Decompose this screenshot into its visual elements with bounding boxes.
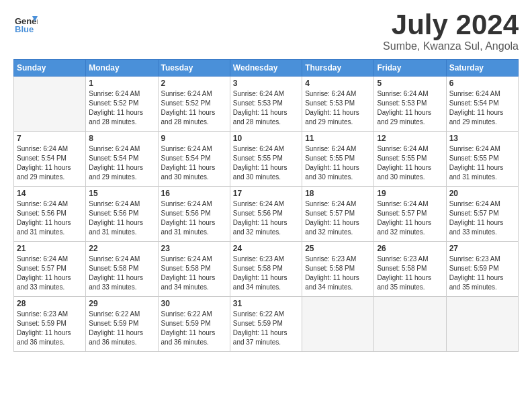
calendar-week-row: 14Sunrise: 6:24 AM Sunset: 5:56 PM Dayli… xyxy=(14,187,519,242)
day-info: Sunrise: 6:24 AM Sunset: 5:58 PM Dayligh… xyxy=(89,255,154,292)
table-row: 29Sunrise: 6:22 AM Sunset: 5:59 PM Dayli… xyxy=(86,297,158,352)
day-info: Sunrise: 6:24 AM Sunset: 5:53 PM Dayligh… xyxy=(377,89,443,127)
day-info: Sunrise: 6:24 AM Sunset: 5:52 PM Dayligh… xyxy=(89,89,154,127)
day-info: Sunrise: 6:24 AM Sunset: 5:56 PM Dayligh… xyxy=(161,199,227,237)
table-row: 25Sunrise: 6:23 AM Sunset: 5:58 PM Dayli… xyxy=(302,242,374,297)
table-row xyxy=(14,77,86,132)
day-info: Sunrise: 6:24 AM Sunset: 5:52 PM Dayligh… xyxy=(161,89,227,127)
table-row: 24Sunrise: 6:23 AM Sunset: 5:58 PM Dayli… xyxy=(230,242,302,297)
location-subtitle: Sumbe, Kwanza Sul, Angola xyxy=(383,40,519,52)
day-info: Sunrise: 6:24 AM Sunset: 5:56 PM Dayligh… xyxy=(17,199,83,237)
table-row xyxy=(446,297,518,352)
day-info: Sunrise: 6:24 AM Sunset: 5:56 PM Dayligh… xyxy=(233,199,299,237)
day-number: 14 xyxy=(17,189,83,198)
header-thursday: Thursday xyxy=(302,60,374,77)
day-number: 8 xyxy=(89,134,154,143)
day-info: Sunrise: 6:23 AM Sunset: 5:59 PM Dayligh… xyxy=(449,255,515,292)
day-info: Sunrise: 6:24 AM Sunset: 5:57 PM Dayligh… xyxy=(305,199,371,237)
day-number: 23 xyxy=(161,244,227,253)
day-info: Sunrise: 6:24 AM Sunset: 5:54 PM Dayligh… xyxy=(449,89,515,127)
day-info: Sunrise: 6:24 AM Sunset: 5:57 PM Dayligh… xyxy=(17,255,83,292)
day-info: Sunrise: 6:24 AM Sunset: 5:55 PM Dayligh… xyxy=(377,144,443,182)
table-row: 6Sunrise: 6:24 AM Sunset: 5:54 PM Daylig… xyxy=(446,77,518,132)
table-row: 9Sunrise: 6:24 AM Sunset: 5:54 PM Daylig… xyxy=(158,132,230,187)
day-number: 22 xyxy=(89,244,154,253)
table-row: 1Sunrise: 6:24 AM Sunset: 5:52 PM Daylig… xyxy=(86,77,158,132)
day-info: Sunrise: 6:23 AM Sunset: 5:58 PM Dayligh… xyxy=(305,255,371,292)
table-row xyxy=(302,297,374,352)
day-info: Sunrise: 6:24 AM Sunset: 5:53 PM Dayligh… xyxy=(305,89,371,127)
header-tuesday: Tuesday xyxy=(158,60,230,77)
day-number: 2 xyxy=(161,79,227,88)
day-number: 30 xyxy=(161,299,227,308)
table-row: 13Sunrise: 6:24 AM Sunset: 5:55 PM Dayli… xyxy=(446,132,518,187)
logo-icon: General Blue xyxy=(13,11,38,35)
day-number: 21 xyxy=(17,244,83,253)
header-friday: Friday xyxy=(374,60,446,77)
day-number: 31 xyxy=(233,299,299,308)
day-info: Sunrise: 6:24 AM Sunset: 5:55 PM Dayligh… xyxy=(305,144,371,182)
day-number: 29 xyxy=(89,299,154,308)
day-number: 10 xyxy=(233,134,299,143)
table-row: 26Sunrise: 6:23 AM Sunset: 5:58 PM Dayli… xyxy=(374,242,446,297)
calendar-week-row: 28Sunrise: 6:23 AM Sunset: 5:59 PM Dayli… xyxy=(14,297,519,352)
table-row: 5Sunrise: 6:24 AM Sunset: 5:53 PM Daylig… xyxy=(374,77,446,132)
header: General Blue July 2024 Sumbe, Kwanza Sul… xyxy=(13,11,519,52)
day-info: Sunrise: 6:24 AM Sunset: 5:58 PM Dayligh… xyxy=(161,255,227,292)
table-row: 31Sunrise: 6:22 AM Sunset: 5:59 PM Dayli… xyxy=(230,297,302,352)
day-number: 25 xyxy=(305,244,371,253)
day-number: 5 xyxy=(377,79,443,88)
table-row: 27Sunrise: 6:23 AM Sunset: 5:59 PM Dayli… xyxy=(446,242,518,297)
calendar-table: Sunday Monday Tuesday Wednesday Thursday… xyxy=(13,59,519,352)
header-monday: Monday xyxy=(86,60,158,77)
title-area: July 2024 Sumbe, Kwanza Sul, Angola xyxy=(383,11,519,52)
calendar-week-row: 7Sunrise: 6:24 AM Sunset: 5:54 PM Daylig… xyxy=(14,132,519,187)
day-number: 24 xyxy=(233,244,299,253)
svg-text:Blue: Blue xyxy=(15,24,34,34)
table-row: 17Sunrise: 6:24 AM Sunset: 5:56 PM Dayli… xyxy=(230,187,302,242)
header-wednesday: Wednesday xyxy=(230,60,302,77)
table-row: 11Sunrise: 6:24 AM Sunset: 5:55 PM Dayli… xyxy=(302,132,374,187)
day-info: Sunrise: 6:22 AM Sunset: 5:59 PM Dayligh… xyxy=(89,310,154,347)
table-row: 3Sunrise: 6:24 AM Sunset: 5:53 PM Daylig… xyxy=(230,77,302,132)
day-info: Sunrise: 6:24 AM Sunset: 5:53 PM Dayligh… xyxy=(233,89,299,127)
day-info: Sunrise: 6:22 AM Sunset: 5:59 PM Dayligh… xyxy=(233,310,299,347)
day-number: 20 xyxy=(449,189,515,198)
calendar-week-row: 21Sunrise: 6:24 AM Sunset: 5:57 PM Dayli… xyxy=(14,242,519,297)
table-row: 4Sunrise: 6:24 AM Sunset: 5:53 PM Daylig… xyxy=(302,77,374,132)
table-row: 30Sunrise: 6:22 AM Sunset: 5:59 PM Dayli… xyxy=(158,297,230,352)
day-info: Sunrise: 6:23 AM Sunset: 5:59 PM Dayligh… xyxy=(17,310,83,347)
day-number: 4 xyxy=(305,79,371,88)
table-row: 2Sunrise: 6:24 AM Sunset: 5:52 PM Daylig… xyxy=(158,77,230,132)
table-row: 22Sunrise: 6:24 AM Sunset: 5:58 PM Dayli… xyxy=(86,242,158,297)
day-number: 11 xyxy=(305,134,371,143)
day-number: 18 xyxy=(305,189,371,198)
table-row: 20Sunrise: 6:24 AM Sunset: 5:57 PM Dayli… xyxy=(446,187,518,242)
day-number: 6 xyxy=(449,79,515,88)
day-number: 17 xyxy=(233,189,299,198)
header-sunday: Sunday xyxy=(14,60,86,77)
day-number: 1 xyxy=(89,79,154,88)
day-info: Sunrise: 6:23 AM Sunset: 5:58 PM Dayligh… xyxy=(377,255,443,292)
table-row: 19Sunrise: 6:24 AM Sunset: 5:57 PM Dayli… xyxy=(374,187,446,242)
table-row: 28Sunrise: 6:23 AM Sunset: 5:59 PM Dayli… xyxy=(14,297,86,352)
table-row xyxy=(374,297,446,352)
day-info: Sunrise: 6:24 AM Sunset: 5:57 PM Dayligh… xyxy=(449,199,515,237)
table-row: 8Sunrise: 6:24 AM Sunset: 5:54 PM Daylig… xyxy=(86,132,158,187)
table-row: 14Sunrise: 6:24 AM Sunset: 5:56 PM Dayli… xyxy=(14,187,86,242)
day-number: 3 xyxy=(233,79,299,88)
day-number: 27 xyxy=(449,244,515,253)
calendar-header-row: Sunday Monday Tuesday Wednesday Thursday… xyxy=(14,60,519,77)
day-info: Sunrise: 6:23 AM Sunset: 5:58 PM Dayligh… xyxy=(233,255,299,292)
header-saturday: Saturday xyxy=(446,60,518,77)
table-row: 18Sunrise: 6:24 AM Sunset: 5:57 PM Dayli… xyxy=(302,187,374,242)
day-info: Sunrise: 6:24 AM Sunset: 5:55 PM Dayligh… xyxy=(449,144,515,182)
day-info: Sunrise: 6:22 AM Sunset: 5:59 PM Dayligh… xyxy=(161,310,227,347)
day-info: Sunrise: 6:24 AM Sunset: 5:54 PM Dayligh… xyxy=(161,144,227,182)
table-row: 21Sunrise: 6:24 AM Sunset: 5:57 PM Dayli… xyxy=(14,242,86,297)
day-info: Sunrise: 6:24 AM Sunset: 5:54 PM Dayligh… xyxy=(17,144,83,182)
day-info: Sunrise: 6:24 AM Sunset: 5:57 PM Dayligh… xyxy=(377,199,443,237)
table-row: 15Sunrise: 6:24 AM Sunset: 5:56 PM Dayli… xyxy=(86,187,158,242)
page: General Blue July 2024 Sumbe, Kwanza Sul… xyxy=(0,0,532,411)
day-number: 19 xyxy=(377,189,443,198)
